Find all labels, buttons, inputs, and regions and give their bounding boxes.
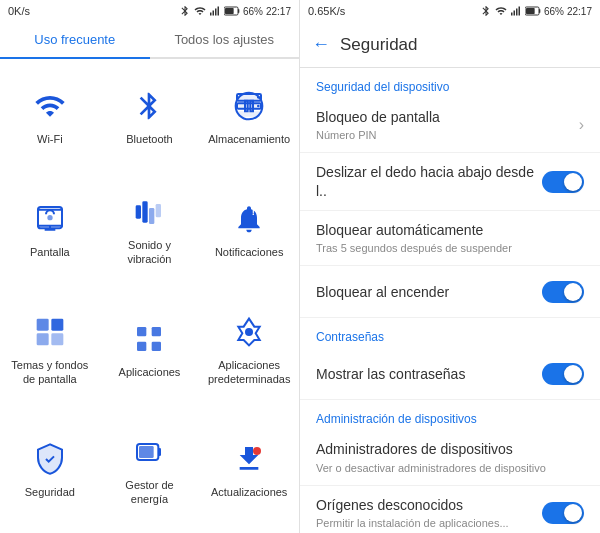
wifi-status-right-icon: [495, 5, 507, 17]
svg-rect-28: [139, 446, 154, 458]
svg-rect-23: [137, 341, 146, 350]
defaultapps-icon: [229, 312, 269, 352]
svg-rect-21: [137, 327, 146, 336]
defaultapps-label: Aplicaciones predeterminadas: [206, 358, 292, 387]
svg-rect-27: [159, 448, 162, 456]
status-icons-right: 66% 22:17: [480, 5, 592, 17]
unknown-sources-title: Orígenes desconocidos: [316, 496, 534, 514]
status-bar-right: 0.65K/s 66% 22:17: [300, 0, 600, 22]
screen-lock-title: Bloqueo de pantalla: [316, 108, 571, 126]
sound-icon: [129, 192, 169, 232]
settings-item-auto-lock[interactable]: Bloquear automáticamente Tras 5 segundos…: [300, 211, 600, 266]
display-icon: [30, 199, 70, 239]
svg-point-9: [257, 96, 260, 99]
svg-rect-32: [518, 7, 520, 16]
battery-status-right: [525, 5, 541, 17]
svg-point-10: [257, 104, 260, 107]
apps-icon: [129, 319, 169, 359]
svg-rect-22: [152, 327, 161, 336]
svg-rect-18: [51, 318, 63, 330]
right-panel: 0.65K/s 66% 22:17 ← Seguridad Seguridad …: [300, 0, 600, 533]
status-icons-left: 66% 22:17: [179, 5, 291, 17]
grid-item-security[interactable]: Seguridad: [0, 409, 100, 529]
unknown-sources-subtitle: Permitir la instalación de aplicaciones.…: [316, 516, 534, 530]
battery-status-left: [224, 5, 240, 17]
grid-item-storage[interactable]: Almacenamiento: [199, 63, 299, 169]
svg-rect-12: [136, 205, 141, 218]
device-admins-title: Administradores de dispositivos: [316, 440, 584, 458]
settings-item-unknown-sources[interactable]: Orígenes desconocidos Permitir la instal…: [300, 486, 600, 533]
grid-item-defaultapps[interactable]: Aplicaciones predeterminadas: [199, 289, 299, 409]
themes-label: Temas y fondos de pantalla: [7, 358, 93, 387]
display-label: Pantalla: [30, 245, 70, 259]
svg-rect-29: [511, 13, 513, 16]
section-device-admin: Administración de dispositivos: [300, 400, 600, 430]
svg-rect-1: [212, 11, 214, 16]
auto-lock-subtitle: Tras 5 segundos después de suspender: [316, 241, 584, 255]
notifications-icon: !: [229, 199, 269, 239]
settings-list: Seguridad del dispositivo Bloqueo de pan…: [300, 68, 600, 533]
grid-item-wifi[interactable]: Wi-Fi: [0, 63, 100, 169]
grid-item-display[interactable]: Pantalla: [0, 169, 100, 289]
settings-item-show-passwords[interactable]: Mostrar las contraseñas: [300, 348, 600, 400]
left-panel: 0K/s 66% 22:17 Uso frecuente Todos los a…: [0, 0, 300, 533]
svg-rect-13: [143, 201, 148, 222]
battery-icon: [129, 432, 169, 472]
updates-label: Actualizaciones: [211, 485, 287, 499]
chevron-right-icon: ›: [579, 116, 584, 134]
svg-rect-15: [156, 204, 161, 217]
grid-item-themes[interactable]: Temas y fondos de pantalla: [0, 289, 100, 409]
tab-all[interactable]: Todos los ajustes: [150, 22, 300, 57]
settings-item-slide-down[interactable]: Deslizar el dedo hacia abajo desde l..: [300, 153, 600, 210]
update-badge: [253, 447, 261, 455]
tab-frequent[interactable]: Uso frecuente: [0, 22, 150, 57]
grid-item-notifications[interactable]: ! Notificaciones: [199, 169, 299, 289]
grid-item-battery[interactable]: Gestor de energía: [100, 409, 200, 529]
grid-item-bluetooth[interactable]: Bluetooth: [100, 63, 200, 169]
svg-rect-0: [210, 13, 212, 16]
battery-label: Gestor de energía: [107, 478, 193, 507]
settings-item-lock-on-power[interactable]: Bloquear al encender: [300, 266, 600, 318]
settings-item-device-admins[interactable]: Administradores de dispositivos Ver o de…: [300, 430, 600, 485]
svg-rect-19: [36, 333, 48, 345]
back-button[interactable]: ←: [312, 34, 330, 55]
svg-rect-5: [238, 9, 239, 13]
status-bar-left: 0K/s 66% 22:17: [0, 0, 299, 22]
show-passwords-title: Mostrar las contraseñas: [316, 365, 534, 383]
battery-pct-left: 66%: [243, 6, 263, 17]
time-right: 22:17: [567, 6, 592, 17]
slide-down-toggle[interactable]: [542, 171, 584, 193]
settings-grid: Wi-Fi Bluetooth Almacenamiento Pantalla: [0, 59, 299, 533]
storage-icon: [229, 86, 269, 126]
apps-label: Aplicaciones: [119, 365, 181, 379]
device-admins-subtitle: Ver o desactivar administradores de disp…: [316, 461, 584, 475]
time-left: 22:17: [266, 6, 291, 17]
svg-text:!: !: [252, 207, 255, 217]
wifi-label: Wi-Fi: [37, 132, 63, 146]
storage-label: Almacenamiento: [208, 132, 290, 146]
notifications-label: Notificaciones: [215, 245, 283, 259]
right-header: ← Seguridad: [300, 22, 600, 68]
svg-rect-14: [149, 208, 154, 224]
security-icon: [30, 439, 70, 479]
show-passwords-toggle[interactable]: [542, 363, 584, 385]
bluetooth-label: Bluetooth: [126, 132, 172, 146]
slide-down-title: Deslizar el dedo hacia abajo desde l..: [316, 163, 534, 199]
svg-rect-2: [215, 9, 217, 16]
section-device-security: Seguridad del dispositivo: [300, 68, 600, 98]
unknown-sources-toggle[interactable]: [542, 502, 584, 524]
svg-rect-3: [217, 7, 219, 16]
grid-item-sound[interactable]: Sonido y vibración: [100, 169, 200, 289]
screen-lock-subtitle: Número PIN: [316, 128, 571, 142]
svg-rect-20: [51, 333, 63, 345]
grid-item-apps[interactable]: Aplicaciones: [100, 289, 200, 409]
lock-on-power-toggle[interactable]: [542, 281, 584, 303]
svg-rect-17: [36, 318, 48, 330]
grid-item-updates[interactable]: Actualizaciones: [199, 409, 299, 529]
settings-item-screen-lock[interactable]: Bloqueo de pantalla Número PIN ›: [300, 98, 600, 153]
svg-rect-6: [225, 8, 234, 14]
right-title: Seguridad: [340, 35, 418, 55]
wifi-icon: [30, 86, 70, 126]
bluetooth-icon: [129, 86, 169, 126]
bluetooth-status-right-icon: [480, 5, 492, 17]
